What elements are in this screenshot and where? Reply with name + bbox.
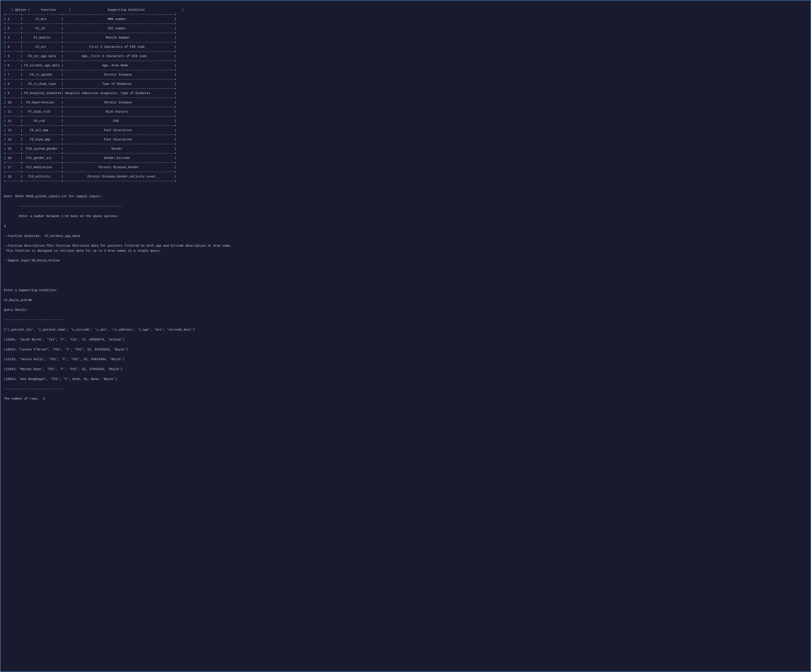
condition-input-value: 47,Boyle,arkLOW	[4, 299, 32, 302]
function-selected: --Function Selected: F3_eirdesc_age_data	[4, 234, 80, 238]
prompt-text: Enter a number between 1-18 base on the …	[4, 214, 119, 218]
result-separator3: --------------------------------	[4, 387, 63, 391]
result-separator2: --------------------------------	[4, 318, 63, 322]
result-row-2: (10619, "Lennox O'Brien", 'F52', 'F', 'F…	[4, 348, 128, 351]
output-section: Note: Refer READ_python_inputs.txt for s…	[4, 189, 807, 411]
enter-condition-label: Enter a Supporting Condition:	[4, 288, 58, 292]
table-header-row: | Option | Function | Supporting Conditi…	[4, 8, 183, 183]
query-result-label: Query Result:	[4, 308, 28, 312]
table-section: | Option | Function | Supporting Conditi…	[4, 3, 807, 188]
row-count: The number of rows: 5	[4, 397, 45, 400]
result-header: ['c_patient_ihi', 'c_patient_name', 'c_e…	[4, 328, 195, 331]
function-description: --Function Description:This Function Ret…	[4, 244, 232, 252]
terminal-window: | Option | Function | Supporting Conditi…	[0, 0, 811, 672]
result-row-3: (11219, 'Yassin Kelly', 'F52', 'F', 'F52…	[4, 358, 124, 361]
note-text: Note: Refer READ_python_inputs.txt for s…	[4, 195, 102, 198]
result-row-4: (11819, 'Matvey Ryan', 'F52', 'F', 'F52'…	[4, 367, 122, 371]
separator1: ----------------------------------------…	[4, 205, 122, 208]
user-input-value: 6	[4, 224, 6, 228]
result-row-1: (10201, 'Sarah Byrne', 'Y14', 'F', 'Y14'…	[4, 338, 124, 341]
result-row-5: (10019, 'Ava Geoghegan', 'F52', 'F', Non…	[4, 377, 117, 381]
sample-input: --Sample input:50,boyle,Arklow	[4, 259, 59, 262]
